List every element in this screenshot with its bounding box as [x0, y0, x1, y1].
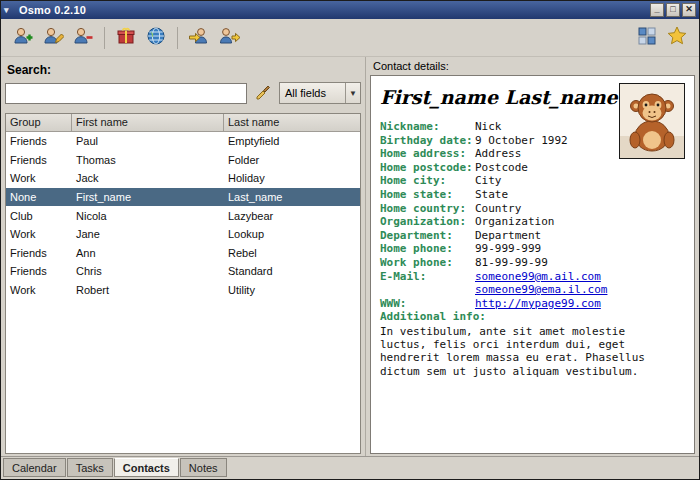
table-cell: None [6, 191, 72, 203]
contact-link[interactable]: someone99@ema.il.com [475, 283, 607, 296]
contact-link[interactable]: someone99@m.ail.com [475, 270, 601, 283]
globe-icon [145, 25, 167, 51]
detail-field-row: Work phone:81-99-99-99 [380, 256, 685, 270]
contact-details-card: First_name Last_name [370, 75, 695, 454]
detail-field-label: Home phone: [380, 242, 475, 256]
detail-field-value: Country [475, 202, 521, 216]
table-row[interactable]: FriendsAnnRebel [6, 244, 360, 263]
export-icon [218, 25, 240, 51]
export-contacts-button[interactable] [215, 24, 243, 52]
contact-details-header: Contact details: [373, 60, 695, 72]
search-filter-value: All fields [285, 87, 326, 99]
detail-field-label: Home postcode: [380, 161, 475, 175]
window-menu-icon[interactable]: ▾ [4, 5, 17, 15]
table-cell: Lazybear [224, 210, 360, 222]
titlebar[interactable]: ▾ Osmo 0.2.10 _ □ ✕ [1, 1, 699, 19]
detail-field-label: Home country: [380, 202, 475, 216]
module-tabbar: CalendarTasksContactsNotes [1, 456, 699, 479]
contact-link[interactable]: http://mypage99.com [475, 297, 601, 310]
gift-icon [115, 25, 137, 51]
contacts-table-body: FriendsPaulEmptyfieldFriendsThomasFolder… [6, 132, 360, 453]
table-row[interactable]: WorkJackHoliday [6, 169, 360, 188]
table-cell: Friends [6, 154, 72, 166]
import-contacts-button[interactable] [185, 24, 213, 52]
edit-contact-button[interactable] [39, 24, 67, 52]
maximize-button[interactable]: □ [666, 3, 680, 17]
table-row[interactable]: ClubNicolaLazybear [6, 206, 360, 225]
remove-contact-button[interactable] [69, 24, 97, 52]
detail-field-label: E-Mail: [380, 270, 475, 297]
tab-calendar[interactable]: Calendar [3, 458, 66, 477]
table-cell: Last_name [224, 191, 360, 203]
search-input[interactable] [5, 83, 247, 104]
table-cell: Thomas [72, 154, 224, 166]
table-row[interactable]: NoneFirst_nameLast_name [6, 188, 360, 207]
contact-details-panel: Contact details: First_name Last_name [365, 57, 699, 456]
detail-field-label: Department: [380, 229, 475, 243]
detail-field-value: City [475, 174, 502, 188]
remove-contact-icon [72, 25, 94, 51]
tab-notes[interactable]: Notes [180, 458, 227, 477]
table-cell: Work [6, 172, 72, 184]
column-header[interactable]: First name [72, 114, 224, 132]
detail-field-row: Department:Department [380, 229, 685, 243]
add-contact-button[interactable] [9, 24, 37, 52]
table-cell: Emptyfield [224, 135, 360, 147]
table-cell: Friends [6, 265, 72, 277]
detail-field-label: Organization: [380, 215, 475, 229]
table-cell: Folder [224, 154, 360, 166]
table-cell: Work [6, 228, 72, 240]
web-button[interactable] [142, 24, 170, 52]
detail-field-value: Address [475, 147, 521, 161]
detail-field-value: http://mypage99.com [475, 297, 601, 311]
toolbar-separator [177, 27, 178, 49]
detail-field-row: E-Mail:someone99@m.ail.comsomeone99@ema.… [380, 270, 685, 297]
table-cell: Lookup [224, 228, 360, 240]
fullscreen-selector-button[interactable] [633, 24, 661, 52]
detail-field-row: Home state:State [380, 188, 685, 202]
table-row[interactable]: FriendsThomasFolder [6, 151, 360, 170]
table-cell: Jane [72, 228, 224, 240]
table-cell: Paul [72, 135, 224, 147]
close-button[interactable]: ✕ [682, 3, 696, 17]
table-row[interactable]: WorkRobertUtility [6, 281, 360, 300]
search-filter-combo[interactable]: All fields ▼ [279, 82, 361, 104]
about-button[interactable] [663, 24, 691, 52]
toolbar [1, 19, 699, 57]
tab-contacts[interactable]: Contacts [114, 458, 179, 477]
detail-field-label: Additional info: [380, 310, 475, 324]
add-contact-icon [12, 25, 34, 51]
minimize-button[interactable]: _ [650, 3, 664, 17]
table-cell: Rebel [224, 247, 360, 259]
column-header[interactable]: Group [6, 114, 72, 132]
detail-field-row: Home postcode:Postcode [380, 161, 685, 175]
detail-field-row: Organization:Organization [380, 215, 685, 229]
clear-search-button[interactable] [252, 82, 274, 104]
table-cell: Club [6, 210, 72, 222]
birthdays-button[interactable] [112, 24, 140, 52]
table-cell: Friends [6, 247, 72, 259]
table-row[interactable]: FriendsChrisStandard [6, 262, 360, 281]
window-title: Osmo 0.2.10 [17, 4, 648, 16]
detail-field-row: Additional info: [380, 310, 685, 324]
detail-field-value: State [475, 188, 508, 202]
table-cell: Ann [72, 247, 224, 259]
star-icon [666, 25, 688, 51]
contacts-list-panel: Search: All fields ▼ GroupFirst nameLast… [1, 57, 365, 456]
detail-field-row: Home country:Country [380, 202, 685, 216]
osmo-window: ▾ Osmo 0.2.10 _ □ ✕ [0, 0, 700, 480]
table-cell: Work [6, 284, 72, 296]
detail-field-row: Home city:City [380, 174, 685, 188]
table-cell: Nicola [72, 210, 224, 222]
table-cell: Robert [72, 284, 224, 296]
search-row: All fields ▼ [5, 82, 361, 104]
column-header[interactable]: Last name [224, 114, 360, 132]
table-row[interactable]: FriendsPaulEmptyfield [6, 132, 360, 151]
table-row[interactable]: WorkJaneLookup [6, 225, 360, 244]
detail-field-label: Home address: [380, 147, 475, 161]
contacts-table: GroupFirst nameLast name FriendsPaulEmpt… [5, 113, 361, 454]
tab-tasks[interactable]: Tasks [67, 458, 113, 477]
main-content: Search: All fields ▼ GroupFirst nameLast… [1, 57, 699, 456]
contact-photo [619, 83, 685, 159]
detail-field-value: 99-999-999 [475, 242, 541, 256]
